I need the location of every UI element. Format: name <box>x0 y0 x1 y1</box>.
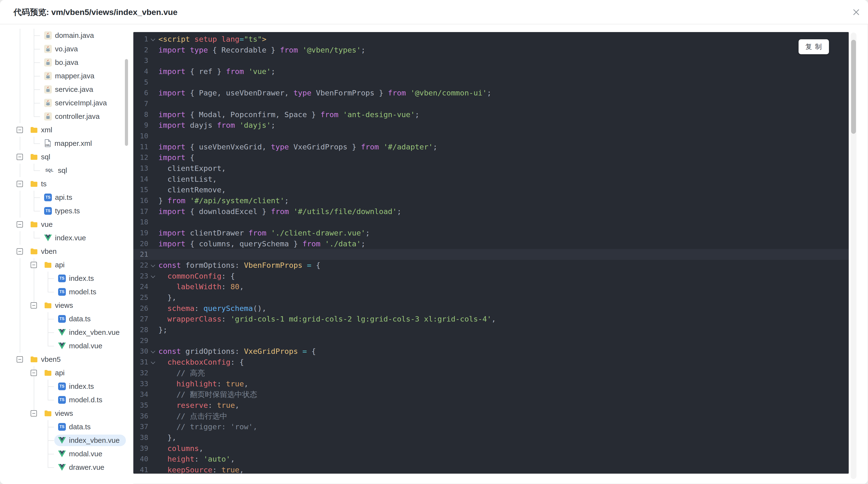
collapse-expander-icon[interactable] <box>17 221 23 228</box>
file-tree-sidebar[interactable]: domain.javavo.javabo.javamapper.javaserv… <box>0 24 133 484</box>
fold-gutter <box>148 141 158 152</box>
tree-item-label-area[interactable]: index.vue <box>40 232 92 244</box>
tree-item-label-area[interactable]: vben <box>26 246 63 257</box>
tree-connector-tick <box>48 454 54 454</box>
collapse-expander-icon[interactable] <box>17 356 23 362</box>
tree-item-label-area[interactable]: views <box>40 300 79 311</box>
code-line: 6import { Page, useVbenDrawer, type Vben… <box>133 88 849 98</box>
tree-item-label-area[interactable]: xml <box>26 124 59 136</box>
fold-chevron-icon[interactable] <box>148 34 158 44</box>
tree-item-data-ts[interactable]: TSdata.ts <box>0 420 133 433</box>
fold-gutter <box>148 109 158 120</box>
tree-item-label: vo.java <box>55 45 78 53</box>
tree-item-index-vben-vue[interactable]: index_vben.vue <box>0 433 133 447</box>
tree-item-label-area[interactable]: api <box>40 367 71 379</box>
collapse-expander-icon[interactable] <box>17 181 23 187</box>
tree-item-xml[interactable]: xml <box>0 123 133 137</box>
fold-chevron-icon[interactable] <box>148 346 158 357</box>
tree-item-views[interactable]: views <box>0 407 133 420</box>
tree-item-vo-java[interactable]: vo.java <box>0 42 133 56</box>
tree-item-types-ts[interactable]: TStypes.ts <box>0 204 133 218</box>
tree-item-domain-java[interactable]: domain.java <box>0 29 133 42</box>
tree-item-label-area[interactable]: index_vben.vue <box>54 434 126 446</box>
tree-item-api[interactable]: api <box>0 258 133 272</box>
tree-item-label-area[interactable]: vo.java <box>40 43 84 55</box>
tree-item-views[interactable]: views <box>0 299 133 312</box>
code-editor-panel[interactable]: 1<script setup lang="ts">2import type { … <box>133 32 849 474</box>
collapse-expander-icon[interactable] <box>17 154 23 160</box>
tree-item-service-java[interactable]: service.java <box>0 83 133 96</box>
collapse-expander-icon[interactable] <box>17 127 23 133</box>
collapse-expander-icon[interactable] <box>31 302 37 309</box>
fold-chevron-icon[interactable] <box>148 260 158 271</box>
code-scrollbar-track[interactable] <box>850 33 857 479</box>
tree-item-modal-vue[interactable]: modal.vue <box>0 447 133 461</box>
line-number: 15 <box>133 184 148 195</box>
tree-item-data-ts[interactable]: TSdata.ts <box>0 312 133 326</box>
close-icon[interactable] <box>851 7 861 18</box>
collapse-expander-icon[interactable] <box>31 410 37 417</box>
tree-item-sql[interactable]: SQLsql <box>0 164 133 177</box>
tree-item-label-area[interactable]: TSindex.ts <box>54 272 100 284</box>
tree-item-label: controller.java <box>55 112 100 121</box>
tree-item-controller-java[interactable]: controller.java <box>0 110 133 123</box>
tree-item-drawer-vue[interactable]: drawer.vue <box>0 461 133 474</box>
tree-item-label-area[interactable]: SQLsql <box>40 165 73 176</box>
tree-item-ts[interactable]: ts <box>0 177 133 191</box>
tree-scrollbar[interactable] <box>125 59 128 146</box>
tree-item-vue[interactable]: vue <box>0 218 133 231</box>
tree-item-vben[interactable]: vben <box>0 245 133 258</box>
tree-item-label-area[interactable]: index_vben.vue <box>54 327 126 338</box>
tree-item-label-area[interactable]: modal.vue <box>54 340 108 352</box>
copy-button[interactable]: 复 制 <box>799 39 829 54</box>
tree-item-model-d-ts[interactable]: TSmodel.d.ts <box>0 393 133 407</box>
tree-item-label-area[interactable]: controller.java <box>40 110 106 122</box>
tree-guide-line <box>20 312 20 326</box>
fold-gutter <box>148 389 158 400</box>
fold-chevron-icon[interactable] <box>148 357 158 367</box>
tree-item-label-area[interactable]: TSdata.ts <box>54 421 97 433</box>
tree-item-index-vue[interactable]: index.vue <box>0 231 133 245</box>
tree-item-label-area[interactable]: vben5 <box>26 354 67 365</box>
tree-item-index-ts[interactable]: TSindex.ts <box>0 272 133 285</box>
tree-item-label-area[interactable]: TSmodel.d.ts <box>54 394 108 406</box>
tree-item-label-area[interactable]: domain.java <box>40 30 100 41</box>
tree-item-label-area[interactable]: mapper.java <box>40 70 100 82</box>
collapse-expander-icon[interactable] <box>31 370 37 376</box>
collapse-expander-icon[interactable] <box>17 248 23 255</box>
tree-item-label-area[interactable]: TSindex.ts <box>54 381 100 392</box>
tree-item-label-area[interactable]: TStypes.ts <box>40 205 86 217</box>
tree-item-label-area[interactable]: XMLmapper.xml <box>40 138 98 149</box>
tree-item-vben5[interactable]: vben5 <box>0 353 133 366</box>
tree-item-label-area[interactable]: bo.java <box>40 57 85 68</box>
tree-item-label-area[interactable]: api <box>40 259 71 271</box>
tree-item-mapper-xml[interactable]: XMLmapper.xml <box>0 137 133 150</box>
xml-file-icon: XML <box>44 139 51 148</box>
code-scrollbar-thumb[interactable] <box>851 40 856 134</box>
line-number: 20 <box>133 238 148 249</box>
collapse-expander-icon[interactable] <box>31 262 37 268</box>
tree-item-mapper-java[interactable]: mapper.java <box>0 69 133 83</box>
tree-item-label-area[interactable]: TSapi.ts <box>40 192 79 203</box>
tree-item-label-area[interactable]: TSmodel.ts <box>54 286 102 298</box>
tree-item-label-area[interactable]: service.java <box>40 84 99 95</box>
tree-item-label-area[interactable]: modal.vue <box>54 448 108 460</box>
tree-item-serviceimpl-java[interactable]: serviceImpl.java <box>0 96 133 110</box>
tree-item-label-area[interactable]: serviceImpl.java <box>40 97 113 109</box>
tree-item-index-ts[interactable]: TSindex.ts <box>0 380 133 393</box>
tree-item-modal-vue[interactable]: modal.vue <box>0 339 133 353</box>
tree-item-label-area[interactable]: sql <box>26 151 56 163</box>
tree-item-label-area[interactable]: ts <box>26 178 53 190</box>
tree-item-label-area[interactable]: TSdata.ts <box>54 313 97 325</box>
tree-item-label-area[interactable]: drawer.vue <box>54 461 111 473</box>
tree-item-index-vben-vue[interactable]: index_vben.vue <box>0 326 133 339</box>
sql-file-icon: SQL <box>44 167 55 174</box>
tree-item-label-area[interactable]: views <box>40 408 79 419</box>
tree-item-bo-java[interactable]: bo.java <box>0 56 133 69</box>
tree-item-api[interactable]: api <box>0 366 133 380</box>
tree-item-api-ts[interactable]: TSapi.ts <box>0 191 133 204</box>
tree-item-model-ts[interactable]: TSmodel.ts <box>0 285 133 299</box>
tree-item-sql[interactable]: sql <box>0 150 133 164</box>
tree-item-label-area[interactable]: vue <box>26 219 59 230</box>
fold-chevron-icon[interactable] <box>148 271 158 282</box>
